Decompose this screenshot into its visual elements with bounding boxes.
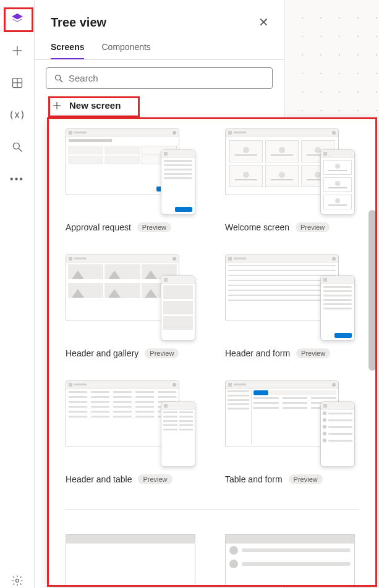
template-label: Header and gallery [66,348,138,358]
tree-view-icon[interactable] [10,11,25,26]
template-label: Welcome screen [225,222,289,232]
scrollbar-thumb[interactable] [368,210,376,371]
svg-point-7 [15,579,19,582]
divider [66,509,359,510]
plus-icon [52,101,62,111]
panel-title: Tree view [51,15,106,30]
template-list[interactable] [225,534,355,586]
tab-components[interactable]: Components [101,42,150,59]
new-screen-flyout: Approval request Preview [48,119,376,586]
template-blank[interactable] [66,534,195,586]
template-label: Approval request [66,222,131,232]
search-rail-icon[interactable] [10,140,25,154]
variables-icon[interactable]: (x) [10,107,25,122]
svg-line-6 [19,149,22,152]
template-label: Table and form [225,474,283,484]
svg-point-5 [13,143,19,149]
template-header-table[interactable]: Header and table Preview [66,380,195,484]
search-field[interactable] [69,73,265,83]
preview-badge: Preview [137,222,171,232]
template-approval-request[interactable]: Approval request Preview [66,128,195,232]
tab-screens[interactable]: Screens [51,42,84,59]
search-icon [54,74,64,83]
new-screen-label: New screen [69,100,121,111]
template-label: Header and form [225,348,290,358]
settings-icon[interactable] [10,573,25,588]
more-icon[interactable]: ••• [10,172,25,187]
template-label: Header and table [66,474,132,484]
template-header-form[interactable]: Header and form Preview [225,254,355,358]
preview-badge: Preview [296,348,330,358]
template-welcome-screen[interactable]: Welcome screen Preview [225,128,355,232]
preview-badge: Preview [296,222,330,232]
new-screen-button[interactable]: New screen [46,96,127,114]
left-rail: (x) ••• [0,0,35,588]
panel-tabs: Screens Components [35,31,284,60]
data-icon[interactable] [10,75,25,90]
preview-badge: Preview [289,474,323,484]
svg-line-9 [60,80,62,82]
preview-badge: Preview [138,474,172,484]
preview-badge: Preview [145,348,179,358]
template-header-gallery[interactable]: Header and gallery Preview [66,254,195,358]
search-input[interactable] [46,67,273,89]
svg-point-8 [56,75,61,80]
close-icon[interactable]: ✕ [256,14,271,31]
insert-icon[interactable] [10,43,25,58]
template-table-form[interactable]: Table and form Preview [225,380,355,484]
